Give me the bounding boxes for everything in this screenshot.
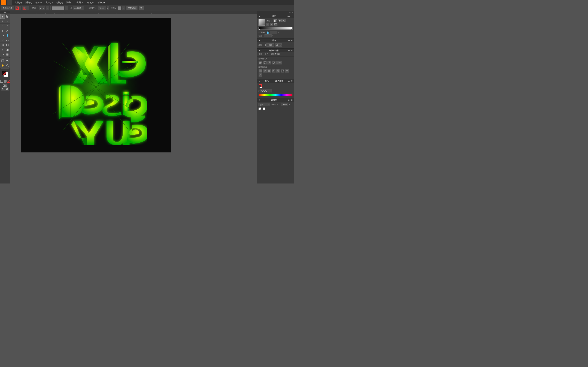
stroke-dropdown[interactable]: ▼ [22, 6, 29, 10]
menu-help[interactable]: 帮助(H) [96, 1, 106, 4]
clear-mode-btn[interactable] [7, 80, 10, 83]
menu-edit[interactable]: 编辑(E) [24, 1, 33, 4]
gradient-opacity-input[interactable] [270, 31, 277, 34]
panel-collapse-right-btn[interactable]: ≡ [292, 12, 293, 14]
selection-tool[interactable] [0, 14, 5, 19]
home-button[interactable]: ⌂ [8, 0, 12, 5]
transparency-menu-icon[interactable]: ☰ [291, 99, 293, 101]
outline-view-btn[interactable] [3, 84, 5, 87]
preview-view-btn[interactable] [5, 84, 8, 87]
isolate-blending-checkbox[interactable] [259, 108, 261, 110]
panel-collapse-btn[interactable]: ◀▶ [0, 11, 10, 13]
pf-extra-btn[interactable] [285, 69, 289, 73]
zoom-map-tool[interactable] [5, 58, 10, 63]
menu-object[interactable]: 对象(O) [34, 1, 44, 4]
zoom-in-tool[interactable] [1, 87, 5, 91]
merge-btn[interactable] [267, 69, 271, 73]
fill-dropdown[interactable]: ▼ [15, 6, 21, 10]
stroke-type-dropdown[interactable]: ▼ [46, 6, 49, 10]
pen-tool[interactable]: ✒ [0, 24, 5, 28]
tab-pathfinder[interactable]: 路径查找器 [270, 52, 281, 56]
transparency-expand-btn[interactable]: › [289, 104, 290, 106]
menu-effect[interactable]: 效果(C) [65, 1, 75, 4]
gradient-angle-btn[interactable] [270, 23, 274, 26]
direct-selection-tool[interactable] [5, 14, 10, 19]
fill-color-box[interactable] [2, 71, 6, 75]
color-box[interactable] [52, 6, 64, 10]
gradient-position-input[interactable] [265, 34, 272, 37]
stroke-weight-input[interactable] [267, 43, 274, 47]
stroke-value-spinner[interactable]: ▲ ▼ [39, 6, 45, 10]
eyedropper-tool[interactable]: 💧 [5, 33, 10, 38]
transparency-panel-header[interactable]: ▼ 透明度 ◀◀ ☰ [257, 98, 294, 102]
ellipse-tool[interactable] [0, 33, 5, 38]
crop-btn[interactable] [272, 69, 276, 73]
more-button[interactable]: 首 [139, 6, 144, 10]
stroke-unit-select[interactable]: pt px mm [276, 43, 282, 47]
artboard-tool[interactable] [0, 52, 5, 57]
hex-input[interactable] [260, 89, 272, 92]
color-expand-icon[interactable]: ◀◀ [287, 80, 290, 82]
divide-btn[interactable] [259, 69, 262, 73]
eraser-tool[interactable] [5, 38, 10, 42]
gradient-panel-header[interactable]: ▼ 渐变 ◀◀ ☰ [257, 14, 294, 18]
linear-gradient-btn[interactable] [274, 19, 277, 22]
gradient-stop-left[interactable] [259, 29, 260, 30]
pathfinder-panel-header[interactable]: ▼ 路径查找器 ◀◀ ☰ [257, 49, 294, 52]
normal-mode-btn[interactable] [0, 80, 3, 83]
outline-btn[interactable] [276, 69, 280, 73]
pencil-tool[interactable]: ✏ [5, 24, 10, 28]
gradient-preview-swatch[interactable] [259, 19, 265, 25]
stroke-down-arrow[interactable]: ▼ [265, 45, 266, 46]
zoom-out-tool[interactable] [5, 87, 9, 91]
free-transform-tool[interactable] [5, 43, 10, 47]
stroke-expand-icon[interactable]: ◀◀ [287, 40, 290, 42]
menu-select[interactable]: 选择(S) [54, 1, 64, 4]
bar-graph-tool[interactable] [5, 48, 10, 52]
lasso-tool[interactable]: ⌾ [5, 19, 10, 24]
point-shape-dropdown[interactable]: 5 点圆形 ▼ [73, 6, 84, 10]
opacity-expand-btn[interactable]: › [106, 6, 109, 10]
symbol-sprayer-tool[interactable] [0, 48, 5, 52]
exclude-btn[interactable] [272, 61, 276, 65]
behind-mode-btn[interactable] [4, 80, 7, 83]
transparency-opacity-input[interactable] [281, 103, 288, 106]
type-tool[interactable]: T [0, 28, 5, 33]
style-dropdown[interactable]: ▼ [122, 6, 125, 10]
line-tool[interactable] [5, 28, 10, 33]
color-spectrum[interactable] [259, 93, 293, 96]
pf-extra2-btn[interactable] [259, 73, 262, 77]
radial-gradient-btn[interactable] [278, 19, 282, 22]
rotate-tool[interactable]: ↺ [0, 38, 5, 42]
eyedropper-icon[interactable]: 💧 [266, 31, 269, 34]
menu-file[interactable]: 文件(F) [13, 1, 23, 4]
tab-transform[interactable]: 变换 [257, 52, 263, 56]
hand-tool[interactable]: ✋ [0, 63, 5, 68]
gradient-reverse-btn[interactable]: ↔ [266, 23, 269, 26]
fill-color-swatch[interactable] [259, 84, 262, 87]
scale-tool[interactable] [0, 43, 5, 47]
opacity-input[interactable] [98, 6, 106, 10]
color-menu-icon[interactable]: ☰ [291, 80, 293, 82]
gradient-expand-icon[interactable]: ◀◀ [287, 15, 290, 17]
gradient-menu-icon[interactable]: ☰ [291, 15, 293, 17]
freeform-gradient-btn[interactable] [282, 19, 286, 22]
unite-btn[interactable] [259, 61, 262, 65]
minus-back-btn[interactable] [281, 69, 285, 73]
stroke-panel-header[interactable]: ▼ 描边 ◀◀ ☰ [257, 38, 294, 42]
pathfinder-expand-icon[interactable]: ◀◀ [287, 50, 290, 51]
tab-align[interactable]: 对齐 [263, 52, 270, 56]
measure-tool[interactable] [0, 58, 5, 63]
minus-front-btn[interactable] [263, 61, 267, 65]
gradient-stop-right[interactable] [291, 29, 292, 30]
menu-text[interactable]: 文字(T) [44, 1, 54, 4]
pathfinder-menu-icon[interactable]: ☰ [291, 50, 293, 51]
gradient-bar[interactable] [259, 27, 293, 30]
magic-wand-tool[interactable]: ✦ [0, 19, 5, 24]
color-dropdown[interactable]: ▼ [65, 6, 68, 10]
zoom-tool[interactable] [5, 63, 10, 68]
gradient-stroke-btn[interactable] [274, 23, 277, 26]
transparency-expand-icon[interactable]: ◀◀ [287, 99, 290, 101]
blend-mode-select[interactable]: 正常 正片叠底 滤色 叠加 [259, 103, 270, 106]
doc-settings-button[interactable]: 文档设置 [127, 6, 138, 10]
